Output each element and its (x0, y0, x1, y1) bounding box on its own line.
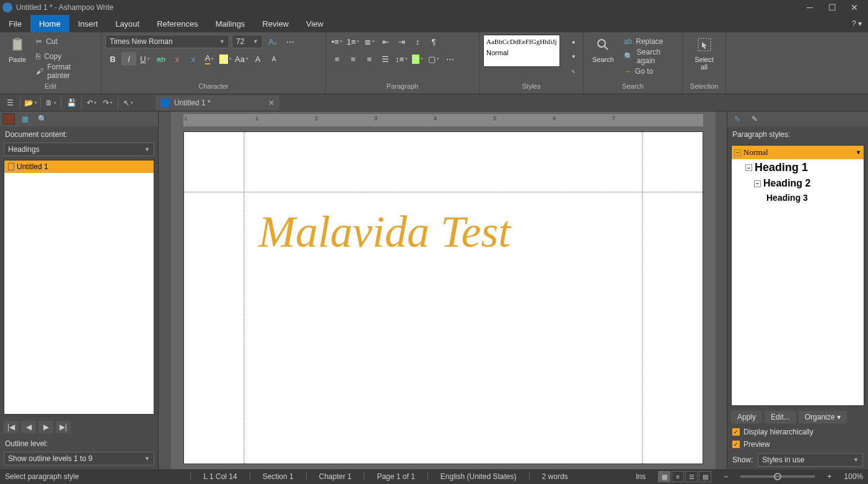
edit-button[interactable]: Edit... (765, 411, 796, 423)
organize-button[interactable]: Organize ▾ (799, 411, 847, 423)
search-again-button[interactable]: 🔍Search again (621, 50, 678, 63)
status-words[interactable]: 2 words (542, 472, 568, 481)
line-spacing-icon[interactable]: ↕≡▾ (394, 52, 409, 66)
nav-next-icon[interactable]: ▶ (38, 421, 53, 433)
menu-view[interactable]: View (297, 15, 332, 32)
vertical-ruler[interactable] (159, 112, 171, 469)
document-tab[interactable]: Untitled 1 * ✕ (156, 95, 279, 110)
shrink-font-icon[interactable]: A (266, 52, 281, 66)
headings-filter-combo[interactable]: Headings▼ (4, 143, 154, 156)
style-expand-icon[interactable]: ⤡ (566, 64, 581, 78)
font-color-button[interactable]: A▾ (202, 52, 217, 66)
char-options-icon[interactable]: ⋯ (283, 35, 297, 48)
outline-level-combo[interactable]: Show outline levels 1 to 9▼ (4, 452, 154, 465)
case-button[interactable]: Aa▾ (234, 52, 249, 66)
style-up-icon[interactable]: ▲ (566, 35, 581, 48)
qb-redo-icon[interactable]: ↷▾ (100, 96, 115, 110)
style-down-icon[interactable]: ▼ (566, 50, 581, 63)
status-chapter[interactable]: Chapter 1 (319, 472, 352, 481)
font-combo[interactable]: Times New Roman▼ (105, 35, 229, 48)
goto-button[interactable]: →Go to (621, 64, 678, 78)
align-left-icon[interactable]: ≡ (330, 52, 344, 66)
status-position[interactable]: L 1 Col 14 (203, 472, 237, 481)
align-right-icon[interactable]: ≡ (362, 52, 377, 66)
zoom-out-icon[interactable]: − (724, 472, 728, 481)
bullets-icon[interactable]: •≡▾ (330, 35, 344, 48)
help-icon[interactable]: ? ▾ (846, 15, 868, 32)
document-page[interactable]: Malavida Test (183, 131, 703, 464)
align-justify-icon[interactable]: ☰ (378, 52, 393, 66)
status-section[interactable]: Section 1 (263, 472, 294, 481)
select-all-button[interactable]: Select all (686, 35, 722, 73)
status-language[interactable]: English (United States) (441, 472, 517, 481)
menu-references[interactable]: References (148, 15, 206, 32)
preview-checkbox[interactable]: ✓Preview (727, 438, 868, 451)
copy-button[interactable]: ⎘Copy (33, 50, 97, 63)
menu-layout[interactable]: Layout (107, 15, 148, 32)
char-style-icon[interactable]: ✎ (747, 112, 762, 126)
clear-format-icon[interactable]: Aₐ (265, 35, 280, 48)
view-page-icon[interactable]: ▦ (658, 471, 670, 482)
document-text[interactable]: Malavida Test (258, 207, 511, 257)
superscript-button[interactable]: x (186, 52, 201, 66)
qb-save-icon[interactable]: 💾 (64, 96, 79, 110)
qb-new-icon[interactable]: 🗎▾ (43, 96, 58, 110)
outline-list[interactable]: Untitled 1 (4, 160, 154, 415)
italic-button[interactable]: I (121, 52, 136, 66)
borders-icon[interactable]: ▢▾ (426, 52, 441, 66)
para-options-icon[interactable]: ⋯ (442, 52, 457, 66)
paste-button[interactable]: Paste (4, 35, 31, 66)
style-normal[interactable]: −Normal▼ (732, 146, 864, 159)
underline-button[interactable]: U▾ (138, 52, 152, 66)
menu-insert[interactable]: Insert (69, 15, 107, 32)
display-hier-checkbox[interactable]: ✓Display hierarchically (727, 426, 868, 438)
qb-cursor-icon[interactable]: ↖▾ (121, 96, 136, 110)
indent-right-icon[interactable]: ⇥ (394, 35, 409, 48)
multilevel-icon[interactable]: ≣▾ (362, 35, 377, 48)
highlight-button[interactable]: ab▾ (218, 52, 233, 66)
panel-search-icon[interactable]: 🔍 (35, 112, 50, 126)
panel-grid-icon[interactable]: ▦ (17, 112, 32, 126)
view-outline-icon[interactable]: ☰ (685, 471, 698, 482)
numbering-icon[interactable]: 1≡▾ (346, 35, 361, 48)
menu-file[interactable]: File (0, 15, 30, 32)
nav-first-icon[interactable]: |◀ (4, 421, 19, 433)
menu-home[interactable]: Home (30, 15, 69, 32)
replace-button[interactable]: abReplace (621, 35, 678, 48)
maximize-button[interactable]: ☐ (821, 0, 843, 15)
close-button[interactable]: ✕ (843, 0, 866, 15)
cut-button[interactable]: ✂Cut (33, 35, 97, 48)
format-painter-button[interactable]: 🖌Format painter (33, 64, 97, 78)
zoom-value[interactable]: 100% (844, 472, 863, 481)
search-button[interactable]: Search (587, 35, 619, 66)
view-master-icon[interactable]: ▤ (699, 471, 711, 482)
style-heading1[interactable]: −Heading 1 (732, 159, 864, 176)
apply-button[interactable]: Apply (731, 411, 762, 423)
outline-item[interactable]: Untitled 1 (4, 161, 154, 173)
horizontal-ruler[interactable]: L 1 2 3 4 5 6 7 (183, 114, 703, 126)
qb-undo-icon[interactable]: ↶▾ (84, 96, 99, 110)
shading-icon[interactable]: ≡▾ (410, 52, 425, 66)
font-size-combo[interactable]: 72▼ (232, 35, 263, 48)
sort-icon[interactable]: ↕ (410, 35, 425, 48)
status-ins[interactable]: Ins (636, 472, 646, 481)
show-combo[interactable]: Styles in use▼ (758, 453, 863, 467)
style-heading2[interactable]: −Heading 2 (732, 176, 864, 191)
view-continuous-icon[interactable]: ≡ (672, 471, 684, 482)
bold-button[interactable]: B (105, 52, 120, 66)
grow-font-icon[interactable]: A (250, 52, 265, 66)
nav-prev-icon[interactable]: ◀ (21, 421, 36, 433)
para-style-icon[interactable]: ✎ (730, 112, 745, 126)
strike-button[interactable]: ab (154, 52, 169, 66)
qb-hamburger-icon[interactable]: ☰ (2, 96, 17, 110)
status-page[interactable]: Page 1 of 1 (377, 472, 414, 481)
style-preview-normal[interactable]: AaBbCcDdEeFfGgHhIiJj Normal (483, 35, 560, 67)
pilcrow-icon[interactable]: ¶ (426, 35, 441, 48)
zoom-slider[interactable] (740, 475, 815, 478)
nav-last-icon[interactable]: ▶| (56, 421, 71, 433)
subscript-button[interactable]: x (170, 52, 185, 66)
vertical-scrollbar[interactable] (716, 112, 727, 469)
align-center-icon[interactable]: ≡ (346, 52, 361, 66)
style-heading3[interactable]: Heading 3 (732, 191, 864, 205)
menu-review[interactable]: Review (253, 15, 297, 32)
